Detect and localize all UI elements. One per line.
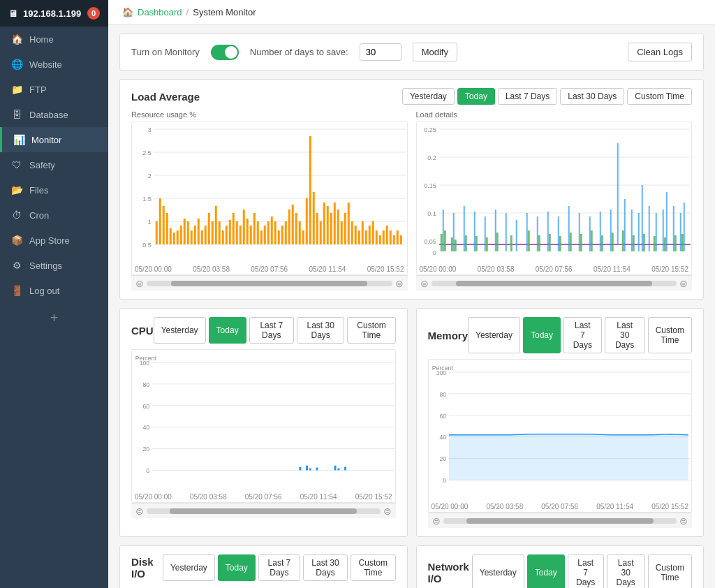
time-btn-yesterday[interactable]: Yesterday bbox=[472, 554, 524, 588]
sidebar-item-app-store[interactable]: 📦App Store bbox=[0, 228, 108, 253]
svg-rect-50 bbox=[288, 210, 290, 244]
cpu-scroll-thumb[interactable] bbox=[170, 508, 357, 514]
time-btn-custom-time[interactable]: Custom Time bbox=[347, 317, 395, 344]
svg-rect-23 bbox=[194, 226, 196, 244]
time-btn-custom-time[interactable]: Custom Time bbox=[648, 554, 692, 588]
svg-text:60: 60 bbox=[142, 403, 149, 410]
svg-rect-48 bbox=[281, 226, 283, 244]
time-btn-last-30-days[interactable]: Last 30 Days bbox=[560, 88, 624, 105]
svg-rect-66 bbox=[344, 213, 346, 244]
memory-scroll-left[interactable]: ⊜ bbox=[432, 515, 441, 527]
sidebar-item-settings[interactable]: ⚙Settings bbox=[0, 253, 108, 278]
time-btn-custom-time[interactable]: Custom Time bbox=[351, 554, 395, 581]
svg-rect-61 bbox=[327, 206, 329, 244]
svg-rect-133 bbox=[578, 213, 580, 251]
sidebar-item-ftp[interactable]: 📁FTP bbox=[0, 77, 108, 102]
load-average-charts: Resource usage % 3 2.5 bbox=[131, 110, 692, 291]
scroll-left-icon[interactable]: ⊜ bbox=[135, 278, 144, 289]
svg-text:80: 80 bbox=[439, 391, 446, 398]
sidebar-item-home[interactable]: 🏠Home bbox=[0, 27, 108, 52]
cpu-memory-row: CPU YesterdayTodayLast 7 DaysLast 30 Day… bbox=[119, 308, 704, 537]
svg-rect-111 bbox=[600, 235, 603, 251]
time-btn-today[interactable]: Today bbox=[527, 554, 565, 588]
time-btn-last-7-days[interactable]: Last 7 Days bbox=[568, 554, 604, 588]
settings-bar: Turn on Monitory Number of days to save:… bbox=[119, 34, 704, 71]
time-btn-last-7-days[interactable]: Last 7 Days bbox=[498, 88, 557, 105]
memory-header: Memory YesterdayTodayLast 7 DaysLast 30 … bbox=[428, 317, 693, 353]
sidebar-item-log-out[interactable]: 🚪Log out bbox=[0, 278, 108, 303]
time-btn-last-7-days[interactable]: Last 7 Days bbox=[563, 317, 602, 353]
memory-scroll-track[interactable] bbox=[443, 518, 677, 524]
time-btn-today[interactable]: Today bbox=[523, 317, 561, 353]
scroll-right-icon[interactable]: ⊜ bbox=[395, 278, 404, 289]
svg-rect-67 bbox=[348, 203, 350, 244]
time-btn-last-30-days[interactable]: Last 30 Days bbox=[607, 554, 645, 588]
days-input[interactable] bbox=[360, 43, 401, 61]
scroll-thumb[interactable] bbox=[171, 281, 367, 286]
sidebar-item-monitor[interactable]: 📊Monitor bbox=[0, 127, 108, 152]
breadcrumb-home[interactable]: Dashboard bbox=[138, 7, 182, 17]
time-btn-yesterday[interactable]: Yesterday bbox=[468, 317, 520, 353]
time-btn-today[interactable]: Today bbox=[218, 554, 256, 581]
time-btn-last-30-days[interactable]: Last 30 Days bbox=[297, 317, 345, 344]
svg-rect-99 bbox=[464, 235, 466, 251]
cpu-scroll-right[interactable]: ⊜ bbox=[383, 506, 392, 517]
time-btn-today[interactable]: Today bbox=[209, 317, 246, 344]
svg-rect-115 bbox=[642, 234, 644, 251]
svg-rect-120 bbox=[442, 210, 443, 251]
svg-rect-126 bbox=[505, 213, 506, 251]
svg-rect-109 bbox=[580, 234, 582, 251]
time-btn-custom-time[interactable]: Custom Time bbox=[627, 88, 692, 105]
svg-rect-57 bbox=[313, 192, 315, 244]
scroll-track[interactable] bbox=[147, 281, 392, 286]
sidebar-item-safety[interactable]: 🛡Safety bbox=[0, 152, 108, 177]
ld-scroll-left-icon[interactable]: ⊜ bbox=[420, 278, 429, 289]
time-btn-yesterday[interactable]: Yesterday bbox=[154, 317, 206, 344]
cpu-scroll-left[interactable]: ⊜ bbox=[135, 506, 144, 517]
svg-rect-42 bbox=[260, 230, 263, 244]
svg-text:20: 20 bbox=[142, 446, 149, 453]
svg-rect-108 bbox=[569, 233, 571, 251]
svg-rect-79 bbox=[390, 230, 392, 244]
time-btn-last-30-days[interactable]: Last 30 Days bbox=[303, 554, 348, 581]
time-btn-custom-time[interactable]: Custom Time bbox=[648, 317, 692, 353]
sidebar-label-6: Files bbox=[29, 185, 48, 196]
svg-rect-74 bbox=[372, 221, 374, 244]
memory-chart-area: Percent 100 80 60 40 20 0 bbox=[428, 359, 693, 513]
cpu-scroll-bar: ⊜ ⊜ bbox=[131, 503, 396, 518]
time-btn-yesterday[interactable]: Yesterday bbox=[163, 554, 215, 581]
svg-rect-78 bbox=[386, 226, 388, 244]
monitor-toggle[interactable] bbox=[211, 45, 239, 60]
svg-rect-137 bbox=[617, 143, 618, 244]
main-content: 🏠 Dashboard / System Monitor Turn on Mon… bbox=[108, 0, 715, 588]
clean-logs-button[interactable]: Clean Logs bbox=[628, 43, 692, 61]
svg-rect-165 bbox=[316, 468, 318, 471]
time-btn-yesterday[interactable]: Yesterday bbox=[402, 88, 455, 105]
svg-text:0.5: 0.5 bbox=[142, 242, 152, 249]
svg-rect-104 bbox=[527, 230, 529, 251]
memory-scroll-right[interactable]: ⊜ bbox=[679, 515, 688, 527]
sidebar-icon-0: 🏠 bbox=[11, 34, 22, 45]
time-btn-last-7-days[interactable]: Last 7 Days bbox=[258, 554, 300, 581]
svg-text:100: 100 bbox=[140, 360, 150, 367]
load-average-title: Load Average bbox=[131, 91, 200, 103]
svg-rect-56 bbox=[309, 136, 311, 244]
sidebar-item-files[interactable]: 📂Files bbox=[0, 177, 108, 203]
ld-scroll-right-icon[interactable]: ⊜ bbox=[679, 278, 688, 289]
time-btn-last-30-days[interactable]: Last 30 Days bbox=[605, 317, 645, 353]
resource-scroll-bar: ⊜ ⊜ bbox=[131, 275, 408, 291]
add-button[interactable]: + bbox=[0, 303, 108, 333]
time-btn-today[interactable]: Today bbox=[457, 88, 495, 105]
modify-button[interactable]: Modify bbox=[413, 43, 457, 61]
svg-rect-127 bbox=[515, 220, 517, 251]
sidebar-item-database[interactable]: 🗄Database bbox=[0, 102, 108, 127]
breadcrumb-separator: / bbox=[186, 7, 189, 17]
ld-scroll-track[interactable] bbox=[432, 281, 677, 286]
sidebar-item-cron[interactable]: ⏱Cron bbox=[0, 203, 108, 228]
load-details-chart: Load details 0.25 0.2 0.15 bbox=[416, 110, 693, 291]
time-btn-last-7-days[interactable]: Last 7 Days bbox=[249, 317, 294, 344]
sidebar-item-website[interactable]: 🌐Website bbox=[0, 52, 108, 77]
ld-scroll-thumb[interactable] bbox=[456, 281, 652, 286]
cpu-scroll-track[interactable] bbox=[147, 508, 381, 514]
memory-scroll-thumb[interactable] bbox=[466, 518, 654, 524]
